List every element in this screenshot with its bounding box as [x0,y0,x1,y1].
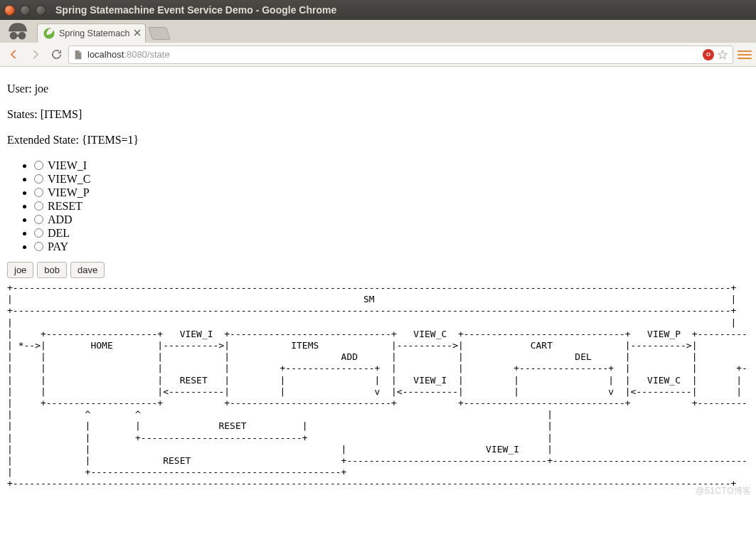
event-radio[interactable] [34,242,43,251]
event-radio[interactable] [34,161,43,170]
states-line: States: [ITEMS] [7,108,749,121]
window-titlebar: Spring Statemachine Event Service Demo -… [0,0,756,20]
ascii-state-diagram: +---------------------------------------… [7,282,749,490]
list-item: DEL [34,227,749,240]
event-radio[interactable] [34,228,43,238]
ext-state-line: Extended State: {ITEMS=1} [7,134,749,147]
window-title: Spring Statemachine Event Service Demo -… [55,4,336,16]
nav-forward-button [26,46,44,64]
spring-favicon-icon [43,28,55,39]
list-item: VIEW_C [34,173,749,186]
user-button-joe[interactable]: joe [7,262,33,278]
omnibox-host: localhost [87,49,124,60]
user-button-dave[interactable]: dave [70,262,105,278]
user-button-row: joe bob dave [7,262,749,278]
omnibox-path: :8080/state [124,49,169,60]
omnibox[interactable]: localhost:8080/state O [68,46,733,64]
tab-label: Spring Statemach [59,28,129,38]
new-tab-button[interactable] [148,27,171,40]
tab-close-icon[interactable] [133,28,142,37]
window-maximize-button[interactable] [36,5,46,16]
nav-back-button[interactable] [4,46,23,64]
list-item: RESET [34,200,749,213]
page-content: User: joe States: [ITEMS] Extended State… [0,67,756,499]
svg-point-0 [10,32,18,40]
window-close-button[interactable] [4,5,15,16]
tab-strip: Spring Statemach [0,20,756,43]
adblock-icon[interactable]: O [703,49,714,60]
bookmark-star-icon[interactable] [717,49,728,60]
event-list: VIEW_I VIEW_C VIEW_P RESET ADD DEL PAY [7,159,749,253]
window-minimize-button[interactable] [20,5,31,16]
svg-point-1 [18,32,26,40]
user-button-bob[interactable]: bob [37,262,67,278]
incognito-icon [3,17,33,44]
nav-reload-button[interactable] [47,46,65,64]
browser-menu-button[interactable] [738,48,752,62]
user-line: User: joe [7,83,749,95]
watermark: @51CTO博客 [696,485,752,497]
browser-tab[interactable]: Spring Statemach [37,23,146,43]
list-item: ADD [34,213,749,226]
event-radio[interactable] [34,174,43,184]
browser-toolbar: localhost:8080/state O [0,43,756,67]
site-page-icon [73,50,83,60]
event-radio[interactable] [34,188,43,197]
list-item: VIEW_I [34,159,749,172]
list-item: VIEW_P [34,186,749,199]
event-radio[interactable] [34,201,43,211]
list-item: PAY [34,240,749,253]
event-radio[interactable] [34,215,43,224]
